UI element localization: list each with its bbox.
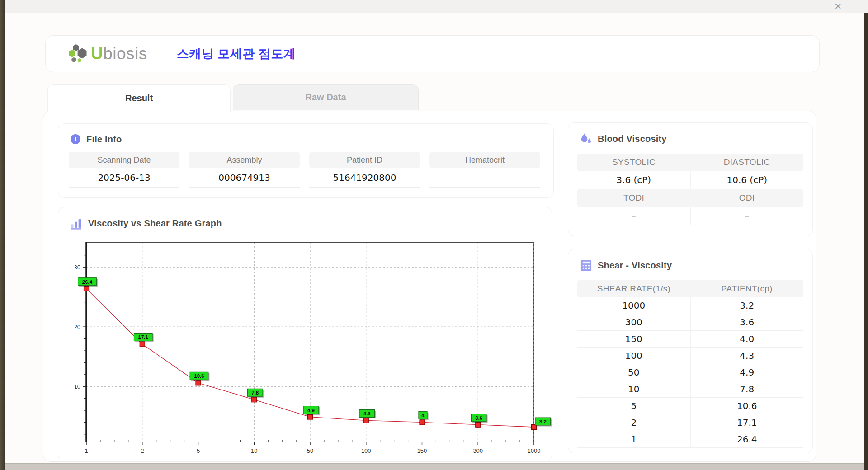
- sv-header-cell: PATIENT(cp): [690, 280, 803, 297]
- bv-value-cell: 3.6 (cP): [577, 171, 690, 189]
- sv-cell-shear-rate: 1: [577, 431, 690, 448]
- shear-viscosity-card: Shear - Viscosity SHEAR RATE(1/s)PATIENT…: [568, 249, 813, 453]
- svg-text:1: 1: [85, 447, 88, 454]
- svg-text:10.6: 10.6: [194, 373, 204, 379]
- file-info-field: Assembly000674913: [189, 152, 300, 188]
- sv-cell-patient: 10.6: [690, 398, 804, 414]
- tab-raw-data[interactable]: Raw Data: [233, 84, 419, 110]
- sv-row: 510.6: [577, 398, 803, 414]
- file-info-card: i File Info Scanning Date2025-06-13Assem…: [58, 123, 554, 198]
- app-window: ✕ Ubiosis 스캐닝 모세관 점도계 Result Raw Data i: [0, 0, 868, 470]
- sv-row: 126.4: [577, 431, 803, 448]
- file-info-field-label: Hematocrit: [429, 152, 540, 168]
- file-info-title: i File Info: [58, 124, 553, 145]
- sv-cell-shear-rate: 100: [577, 348, 690, 364]
- shear-viscosity-title: Shear - Viscosity: [568, 249, 812, 272]
- svg-text:i: i: [75, 136, 76, 143]
- svg-text:4: 4: [421, 413, 425, 418]
- bv-header-row: TODIODI: [577, 189, 803, 207]
- ubiosis-logo: Ubiosis: [67, 44, 147, 64]
- svg-text:4.3: 4.3: [363, 411, 371, 416]
- bv-value-cell: 10.6 (cP): [690, 171, 804, 189]
- sv-cell-patient: 7.8: [690, 381, 804, 398]
- sv-cell-patient: 4.0: [690, 331, 804, 348]
- file-info-field-label: Scanning Date: [69, 152, 179, 168]
- sv-row: 1004.3: [577, 348, 803, 364]
- header-card: Ubiosis 스캐닝 모세관 점도계: [45, 35, 820, 72]
- file-info-field-value: 51641920800: [309, 168, 420, 188]
- bv-header-cell: ODI: [690, 189, 803, 207]
- shear-viscosity-table: SHEAR RATE(1/s)PATIENT(cp)10003.23003.61…: [577, 280, 803, 448]
- sv-cell-shear-rate: 10: [577, 381, 690, 398]
- svg-text:300: 300: [473, 447, 483, 454]
- svg-text:150: 150: [417, 447, 427, 454]
- window-edge-left: [0, 0, 5, 470]
- svg-text:17.1: 17.1: [138, 334, 149, 340]
- app-title: 스캐닝 모세관 점도계: [177, 46, 296, 62]
- sv-header-cell: SHEAR RATE(1/s): [577, 280, 690, 297]
- graph-card: Viscosity vs Shear Rate Graph 1020301251…: [58, 207, 552, 461]
- svg-text:100: 100: [361, 447, 371, 454]
- info-icon: i: [70, 134, 81, 145]
- sv-cell-shear-rate: 150: [577, 331, 690, 348]
- sv-row: 107.8: [577, 381, 803, 398]
- bv-header-cell: SYSTOLIC: [577, 154, 690, 171]
- sv-row: 3003.6: [577, 314, 803, 331]
- sv-row: 504.9: [577, 364, 803, 381]
- sv-cell-shear-rate: 5: [577, 398, 690, 414]
- sv-row: 1504.0: [577, 331, 803, 348]
- sv-cell-patient: 17.1: [690, 414, 804, 431]
- sv-cell-patient: 26.4: [690, 431, 804, 448]
- sv-row: 217.1: [577, 414, 803, 431]
- blood-viscosity-table: SYSTOLICDIASTOLIC3.6 (cP)10.6 (cP)TODIOD…: [577, 154, 803, 225]
- bv-header-cell: TODI: [577, 189, 690, 207]
- svg-text:20: 20: [75, 324, 80, 330]
- sv-header-row: SHEAR RATE(1/s)PATIENT(cp): [577, 280, 803, 297]
- sv-cell-patient: 4.9: [690, 364, 804, 381]
- svg-text:7.8: 7.8: [251, 390, 259, 395]
- close-icon[interactable]: ✕: [834, 1, 842, 12]
- svg-text:2: 2: [141, 447, 144, 454]
- sv-row: 10003.2: [577, 297, 803, 314]
- file-info-field: Hematocrit: [429, 152, 540, 188]
- sv-cell-patient: 3.2: [690, 297, 804, 314]
- bv-value-row: 3.6 (cP)10.6 (cP): [577, 171, 803, 189]
- sv-cell-shear-rate: 2: [577, 414, 690, 431]
- viscosity-shear-chart: 1020301251050100150300100026.417.110.67.…: [75, 236, 552, 459]
- svg-text:3.2: 3.2: [539, 419, 547, 424]
- file-info-field-label: Patient ID: [309, 152, 420, 168]
- file-info-field-value: 000674913: [189, 168, 300, 188]
- blood-viscosity-card: Blood Viscosity SYSTOLICDIASTOLIC3.6 (cP…: [568, 122, 813, 236]
- calculator-icon: [580, 259, 592, 272]
- window-edge-bottom: [5, 463, 864, 470]
- file-info-field-value: [429, 168, 540, 188]
- window-titlebar: ✕: [0, 0, 868, 13]
- svg-text:5: 5: [197, 447, 200, 454]
- sv-cell-patient: 3.6: [690, 314, 804, 331]
- file-info-field-value: 2025-06-13: [69, 168, 179, 188]
- svg-text:3.6: 3.6: [475, 415, 482, 421]
- ubiosis-leaf-icon: [67, 44, 88, 64]
- tab-result[interactable]: Result: [47, 84, 231, 112]
- svg-text:10: 10: [251, 447, 257, 454]
- bv-header-cell: DIASTOLIC: [690, 154, 803, 171]
- file-info-fields: Scanning Date2025-06-13Assembly000674913…: [69, 152, 540, 188]
- file-info-field-label: Assembly: [189, 152, 300, 168]
- file-info-field: Scanning Date2025-06-13: [69, 152, 179, 188]
- droplets-icon: [580, 133, 592, 145]
- svg-text:50: 50: [307, 447, 313, 454]
- content-panel: i File Info Scanning Date2025-06-13Assem…: [43, 111, 816, 462]
- svg-text:26.4: 26.4: [82, 279, 93, 285]
- sv-cell-patient: 4.3: [690, 348, 804, 364]
- bv-value-cell: –: [577, 207, 690, 225]
- bar-chart-icon: [70, 217, 83, 230]
- bv-value-cell: –: [690, 207, 804, 225]
- sv-cell-shear-rate: 50: [577, 364, 690, 381]
- sv-cell-shear-rate: 300: [577, 314, 690, 331]
- graph-title: Viscosity vs Shear Rate Graph: [58, 207, 552, 230]
- logo-text: Ubiosis: [91, 44, 147, 63]
- sv-cell-shear-rate: 1000: [577, 297, 690, 314]
- bv-header-row: SYSTOLICDIASTOLIC: [577, 154, 803, 171]
- bv-value-row: ––: [577, 207, 803, 225]
- window-edge-right: [864, 13, 868, 470]
